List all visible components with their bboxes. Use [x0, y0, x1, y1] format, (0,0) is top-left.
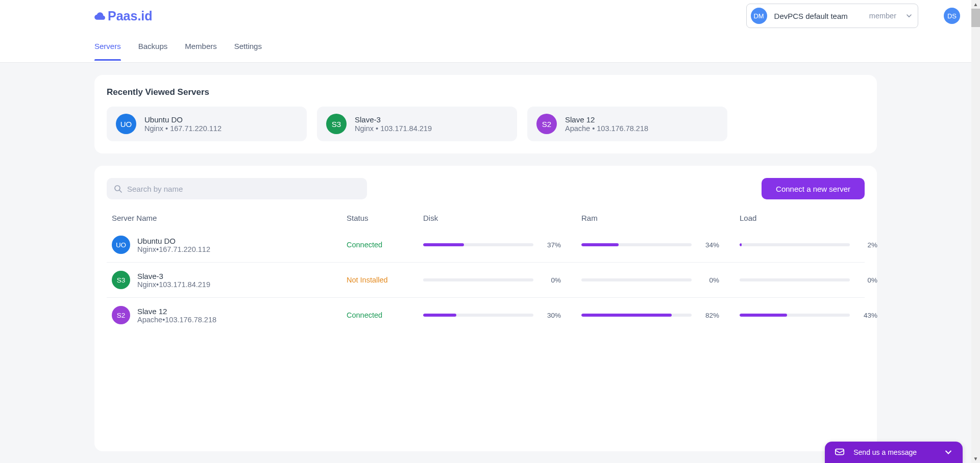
- server-subline: Nginx•167.71.220.112: [144, 124, 222, 133]
- app-header: Paas.id DM DevPCS default team member DS…: [0, 0, 971, 63]
- user-avatar[interactable]: DS: [944, 8, 960, 24]
- table-row[interactable]: UOUbuntu DONginx•167.71.220.112Connected…: [107, 227, 865, 262]
- server-avatar: S2: [112, 306, 130, 324]
- metric-value: 0%: [544, 276, 561, 284]
- svg-rect-2: [836, 449, 844, 455]
- progress-bar: [423, 278, 533, 281]
- tab-backups[interactable]: Backups: [138, 42, 168, 61]
- metric-value: 30%: [544, 312, 561, 319]
- recent-server-card[interactable]: UOUbuntu DONginx•167.71.220.112: [107, 107, 307, 141]
- server-avatar: S3: [326, 114, 347, 134]
- server-subline: Apache•103.176.78.218: [565, 124, 648, 133]
- metric-value: 2%: [860, 241, 877, 249]
- progress-bar: [740, 278, 850, 281]
- col-disk: Disk: [423, 214, 581, 222]
- progress-bar: [581, 314, 692, 317]
- server-avatar: UO: [116, 114, 136, 134]
- table-header: Server Name Status Disk Ram Load: [107, 209, 865, 227]
- metric: 2%: [740, 241, 898, 249]
- progress-bar: [423, 314, 533, 317]
- tab-members[interactable]: Members: [185, 42, 217, 61]
- servers-table-card: Connect a new server Server Name Status …: [94, 166, 877, 451]
- chat-label: Send us a message: [853, 448, 917, 456]
- team-switcher[interactable]: DM DevPCS default team member: [746, 4, 918, 28]
- vertical-scrollbar[interactable]: ▲ ▼: [971, 0, 980, 463]
- server-subline: Nginx•103.171.84.219: [355, 124, 432, 133]
- recent-title: Recently Viewed Servers: [107, 87, 865, 97]
- progress-bar: [740, 243, 850, 246]
- col-server: Server Name: [112, 214, 347, 222]
- metric: 0%: [740, 276, 898, 284]
- chat-icon: [834, 447, 845, 458]
- metric: 37%: [423, 241, 581, 249]
- server-name: Slave-3: [137, 272, 210, 280]
- tab-settings[interactable]: Settings: [234, 42, 262, 61]
- recent-server-card[interactable]: S3Slave-3Nginx•103.171.84.219: [317, 107, 517, 141]
- scrollbar-thumb[interactable]: [971, 9, 980, 27]
- status-badge: Connected: [347, 311, 423, 319]
- metric: 0%: [423, 276, 581, 284]
- progress-bar: [581, 243, 692, 246]
- connect-server-button[interactable]: Connect a new server: [762, 178, 865, 199]
- server-name: Slave-3: [355, 115, 432, 124]
- svg-line-1: [119, 190, 121, 192]
- metric: 43%: [740, 312, 898, 319]
- chevron-down-icon: [906, 13, 912, 18]
- scroll-down-arrow-icon[interactable]: ▼: [971, 454, 980, 463]
- scroll-up-arrow-icon[interactable]: ▲: [971, 0, 980, 9]
- status-badge: Not Installed: [347, 276, 423, 284]
- metric-value: 37%: [544, 241, 561, 249]
- team-avatar: DM: [751, 8, 767, 24]
- server-avatar: S3: [112, 271, 130, 289]
- search-input-wrap[interactable]: [107, 178, 367, 199]
- chevron-down-icon: [945, 449, 951, 455]
- server-subline: Apache•103.176.78.218: [137, 316, 216, 324]
- col-ram: Ram: [581, 214, 740, 222]
- tab-servers[interactable]: Servers: [94, 42, 121, 61]
- brand-logo[interactable]: Paas.id: [94, 9, 153, 23]
- server-name: Slave 12: [137, 307, 216, 316]
- recent-server-card[interactable]: S2Slave 12Apache•103.176.78.218: [527, 107, 727, 141]
- metric-value: 0%: [860, 276, 877, 284]
- col-status: Status: [347, 214, 423, 222]
- progress-bar: [423, 243, 533, 246]
- team-name: DevPCS default team: [774, 12, 848, 20]
- table-row[interactable]: S3Slave-3Nginx•103.171.84.219Not Install…: [107, 262, 865, 297]
- metric-value: 82%: [702, 312, 719, 319]
- progress-bar: [581, 278, 692, 281]
- metric: 0%: [581, 276, 740, 284]
- server-name: Ubuntu DO: [137, 237, 210, 245]
- col-load: Load: [740, 214, 898, 222]
- server-avatar: UO: [112, 236, 130, 254]
- metric: 34%: [581, 241, 740, 249]
- progress-bar: [740, 314, 850, 317]
- brand-name: Paas.id: [108, 9, 153, 23]
- metric-value: 34%: [702, 241, 719, 249]
- server-avatar: S2: [536, 114, 557, 134]
- chat-widget[interactable]: Send us a message: [825, 442, 963, 463]
- metric-value: 43%: [860, 312, 877, 319]
- search-icon: [114, 185, 122, 193]
- status-badge: Connected: [347, 241, 423, 249]
- server-subline: Nginx•167.71.220.112: [137, 245, 210, 253]
- cloud-icon: [94, 12, 106, 20]
- recent-servers-card: Recently Viewed Servers UOUbuntu DONginx…: [94, 75, 877, 153]
- server-name: Ubuntu DO: [144, 115, 222, 124]
- metric: 82%: [581, 312, 740, 319]
- team-role: member: [869, 12, 896, 20]
- metric-value: 0%: [702, 276, 719, 284]
- table-row[interactable]: S2Slave 12Apache•103.176.78.218Connected…: [107, 297, 865, 332]
- server-name: Slave 12: [565, 115, 648, 124]
- primary-tabs: ServersBackupsMembersSettings: [0, 32, 971, 63]
- search-input[interactable]: [127, 185, 360, 193]
- server-subline: Nginx•103.171.84.219: [137, 280, 210, 289]
- metric: 30%: [423, 312, 581, 319]
